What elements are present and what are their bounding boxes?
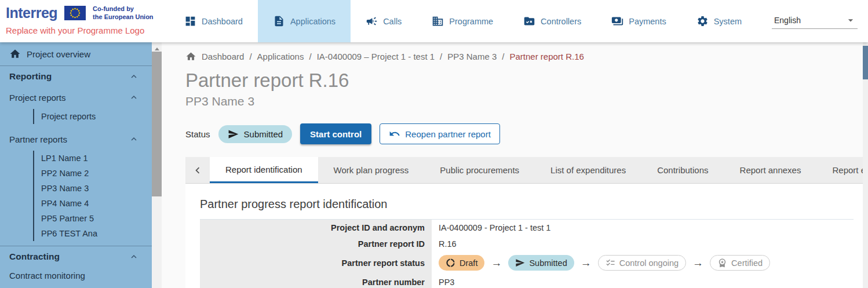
sidebar-scrollbar[interactable] [152, 42, 162, 288]
identification-table: Project ID and acronym IA-0400009 - Proj… [200, 219, 854, 288]
chevron-up-icon [129, 92, 139, 103]
language-value: English [774, 16, 801, 25]
sidebar-item-pp3[interactable]: PP3 Name 3 [34, 181, 152, 196]
chevron-up-icon [129, 134, 139, 144]
sidebar-scrollbar-thumb[interactable] [152, 52, 162, 196]
send-icon [515, 258, 525, 268]
scrollbar-up-arrow-icon[interactable] [152, 42, 162, 50]
main-nav: Dashboard Applications Calls Programme C… [169, 0, 772, 42]
breadcrumb-applications[interactable]: Applications [257, 52, 304, 61]
top-navbar: Interreg Co-funded by the European Union… [0, 0, 868, 42]
sidebar-item-contract-monitoring[interactable]: Contract monitoring [0, 267, 152, 284]
status-chip-draft: Draft [439, 255, 484, 271]
tab-public-procurements[interactable]: Public procurements [424, 157, 535, 183]
send-icon [228, 129, 239, 140]
table-row: Partner report ID R.16 [200, 236, 854, 252]
programme-logo-placeholder: Replace with your Programme Logo [6, 25, 169, 35]
sidebar-item-project-reports[interactable]: Project reports [34, 109, 152, 124]
nav-item-payments[interactable]: Payments [596, 0, 681, 42]
partner-reports-subgroup: LP1 Name 1 PP2 Name 2 PP3 Name 3 PP4 Nam… [33, 151, 152, 241]
page-scrollbar-thumb[interactable] [863, 46, 868, 79]
sidebar-item-pp4[interactable]: PP4 Name 4 [34, 196, 152, 211]
main-content: Dashboard / Applications / IA-0400009 – … [162, 42, 868, 288]
system-icon [696, 15, 709, 27]
nav-item-programme[interactable]: Programme [417, 0, 508, 42]
tab-contributions[interactable]: Contributions [641, 157, 724, 183]
tab-report-export[interactable]: Report export [816, 157, 868, 183]
chevron-down-icon [845, 14, 856, 26]
sidebar-item-pp6[interactable]: PP6 TEST Ana [34, 226, 152, 241]
programme-icon [432, 15, 444, 27]
status-badge: Submitted [218, 125, 293, 143]
sidebar-group-contracting[interactable]: Contracting [0, 246, 152, 267]
flow-arrow: → [491, 257, 502, 269]
tab-report-annexes[interactable]: Report annexes [724, 157, 817, 183]
flow-arrow: → [581, 257, 592, 269]
chevron-left-icon [191, 164, 204, 177]
sidebar-item-pp2[interactable]: PP2 Name 2 [34, 166, 152, 181]
payments-icon [611, 15, 623, 27]
draft-icon [446, 258, 455, 268]
status-flow: Draft → Submitted → Control ongoing [439, 255, 847, 271]
tab-list-of-expenditures[interactable]: List of expenditures [535, 157, 641, 183]
breadcrumb: Dashboard / Applications / IA-0400009 – … [185, 51, 868, 62]
status-label: Status [185, 129, 210, 139]
nav-item-system[interactable]: System [681, 0, 757, 42]
tab-report-identification[interactable]: Report identification [210, 157, 318, 183]
table-row: Project ID and acronym IA-0400009 - Proj… [200, 220, 854, 236]
identification-panel: Partner progress report identification P… [185, 184, 868, 288]
brand-block: Interreg Co-funded by the European Union… [0, 0, 169, 42]
applications-icon [273, 15, 285, 27]
tab-work-plan-progress[interactable]: Work plan progress [318, 157, 425, 183]
checklist-icon [606, 258, 615, 268]
breadcrumb-project[interactable]: IA-0400009 – Project 1 - test 1 [317, 52, 435, 61]
table-row: Partner number PP3 [200, 274, 854, 288]
nav-item-controllers[interactable]: Controllers [508, 0, 596, 42]
status-chip-certified: Certified [710, 255, 770, 271]
tabs-scroll-left-button[interactable] [185, 157, 210, 183]
project-reports-subgroup: Project reports [33, 109, 152, 124]
status-chip-submitted: Submitted [508, 255, 574, 271]
table-row: Partner report status Draft → Submitted [200, 252, 854, 274]
home-icon [9, 48, 21, 60]
interreg-logo: Interreg [6, 5, 57, 21]
sidebar-item-pp5[interactable]: PP5 Partner 5 [34, 211, 152, 226]
breadcrumb-partner[interactable]: PP3 Name 3 [447, 52, 497, 61]
start-control-button[interactable]: Start control [300, 123, 371, 144]
eu-flag-icon [64, 6, 86, 20]
status-bar: Status Submitted Start control Reopen pa… [185, 123, 868, 144]
report-tabs: Report identification Work plan progress… [185, 157, 868, 184]
page-title: Partner report R.16 [185, 70, 868, 92]
page-subtitle: PP3 Name 3 [185, 94, 868, 108]
project-sidebar: Project overview Reporting Project repor… [0, 42, 162, 288]
nav-item-applications[interactable]: Applications [258, 0, 351, 42]
dashboard-icon [184, 15, 196, 27]
sidebar-group-project-reports[interactable]: Project reports [0, 87, 152, 108]
certified-medal-icon [717, 258, 727, 268]
nav-item-calls[interactable]: Calls [351, 0, 417, 42]
breadcrumb-current: Partner report R.16 [509, 52, 583, 61]
page-scrollbar[interactable] [863, 42, 868, 288]
home-icon [185, 51, 196, 62]
eu-caption: Co-funded by the European Union [93, 5, 154, 20]
reopen-partner-report-button[interactable]: Reopen partner report [380, 123, 500, 144]
section-heading: Partner progress report identification [200, 198, 854, 211]
chevron-up-icon [129, 71, 139, 82]
calls-icon [366, 15, 378, 27]
chevron-up-icon [129, 251, 139, 262]
sidebar-item-lp1[interactable]: LP1 Name 1 [34, 151, 152, 166]
undo-icon [389, 128, 400, 140]
nav-item-dashboard[interactable]: Dashboard [169, 0, 258, 42]
sidebar-item-project-overview[interactable]: Project overview [0, 42, 152, 65]
status-chip-control-ongoing: Control ongoing [598, 255, 686, 271]
breadcrumb-dashboard[interactable]: Dashboard [202, 52, 244, 61]
sidebar-group-partner-reports[interactable]: Partner reports [0, 129, 152, 150]
controllers-icon [523, 15, 535, 27]
flow-arrow: → [692, 257, 703, 269]
language-selector[interactable]: English [772, 13, 858, 29]
sidebar-group-reporting[interactable]: Reporting [0, 66, 152, 87]
